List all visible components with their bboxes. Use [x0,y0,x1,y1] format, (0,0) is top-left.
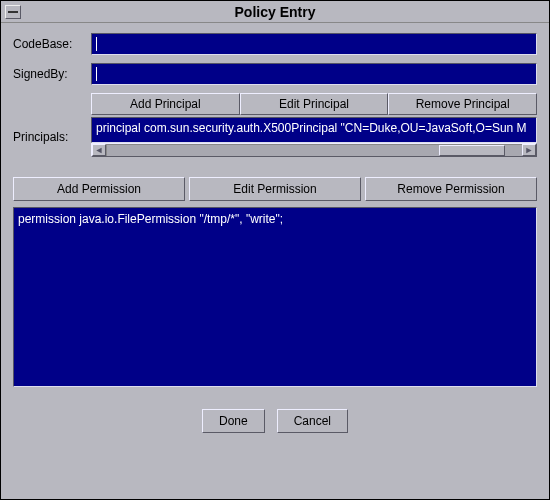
remove-permission-button[interactable]: Remove Permission [365,177,537,201]
scroll-track[interactable] [106,144,522,156]
done-button[interactable]: Done [202,409,265,433]
bottom-buttons: Done Cancel [13,409,537,433]
codebase-label: CodeBase: [13,37,91,51]
principals-label: Principals: [13,117,91,157]
remove-principal-button[interactable]: Remove Principal [388,93,537,115]
list-item[interactable]: permission java.io.FilePermission "/tmp/… [18,212,532,226]
policy-entry-window: Policy Entry CodeBase: SignedBy: Add Pri… [0,0,550,500]
signedby-label: SignedBy: [13,67,91,81]
caret-icon [96,37,97,51]
permissions-list[interactable]: permission java.io.FilePermission "/tmp/… [13,207,537,387]
window-title: Policy Entry [235,4,316,20]
scroll-right-icon[interactable]: ► [522,144,536,156]
list-item[interactable]: principal com.sun.security.auth.X500Prin… [96,121,532,135]
window-menu-button[interactable] [5,5,21,19]
titlebar: Policy Entry [1,1,549,23]
scroll-thumb[interactable] [439,145,505,156]
caret-icon [96,67,97,81]
codebase-row: CodeBase: [13,33,537,55]
principals-list[interactable]: principal com.sun.security.auth.X500Prin… [91,117,537,143]
principals-list-wrap: principal com.sun.security.auth.X500Prin… [91,117,537,157]
edit-principal-button[interactable]: Edit Principal [240,93,389,115]
principal-buttons: Add Principal Edit Principal Remove Prin… [91,93,537,115]
content-area: CodeBase: SignedBy: Add Principal Edit P… [1,23,549,499]
cancel-button[interactable]: Cancel [277,409,348,433]
codebase-input[interactable] [91,33,537,55]
permission-buttons: Add Permission Edit Permission Remove Pe… [13,177,537,201]
signedby-row: SignedBy: [13,63,537,85]
add-permission-button[interactable]: Add Permission [13,177,185,201]
signedby-input[interactable] [91,63,537,85]
add-principal-button[interactable]: Add Principal [91,93,240,115]
principals-row: Principals: principal com.sun.security.a… [13,117,537,157]
minimize-icon [8,11,18,13]
principals-hscrollbar[interactable]: ◄ ► [91,143,537,157]
scroll-left-icon[interactable]: ◄ [92,144,106,156]
edit-permission-button[interactable]: Edit Permission [189,177,361,201]
